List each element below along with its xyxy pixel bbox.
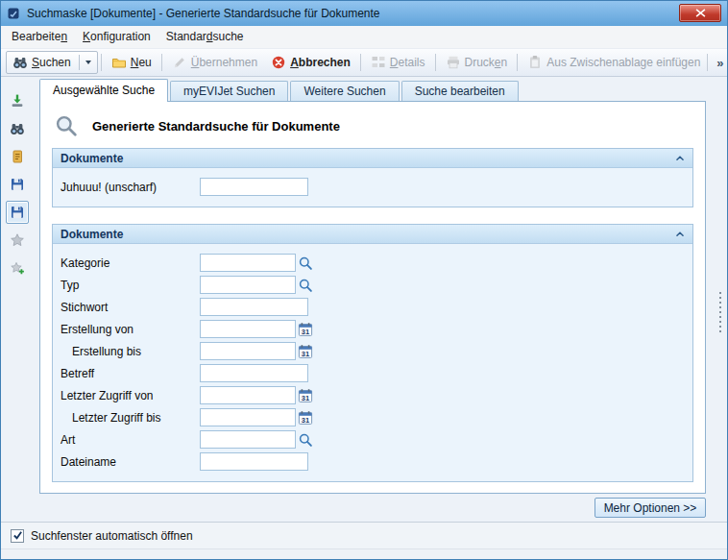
toolbar-separator: [161, 54, 162, 71]
calendar-icon: 31: [298, 344, 313, 359]
dateiname-input[interactable]: [200, 452, 308, 471]
abbrechen-button[interactable]: Abbrechen: [264, 51, 357, 74]
juhuuu-unscharf-input[interactable]: [200, 178, 308, 196]
search-mask-window: Suchmaske [Dokumente] - Generierte Stand…: [0, 0, 728, 560]
sidebar-import-button[interactable]: [6, 89, 29, 112]
calendar-icon: 31: [298, 388, 313, 403]
typ-lookup-button[interactable]: [298, 278, 313, 293]
import-icon: [10, 93, 25, 109]
field-row: Letzter Zugriff von31: [61, 384, 685, 406]
group-header[interactable]: Dokumente: [53, 225, 692, 244]
erstellung-von-input[interactable]: [200, 320, 296, 338]
menu-konfiguration[interactable]: Konfiguration: [75, 27, 158, 47]
toolbar: SuchenNeuÜbernehmenAbbrechenDetailsDruck…: [1, 48, 727, 77]
app-icon: [6, 6, 21, 21]
new-folder-icon: [111, 55, 127, 70]
star-add-icon: [10, 260, 25, 276]
aus-zwischenablage-einfuegen-button[interactable]: Aus Zwischenablage einfügen: [521, 51, 707, 74]
titlebar: Suchmaske [Dokumente] - Generierte Stand…: [1, 1, 727, 26]
toolbar-separator: [435, 54, 436, 71]
betreff-input[interactable]: [200, 364, 308, 382]
menubar: BearbeitenKonfigurationStandardsuche: [1, 26, 727, 48]
neu-button[interactable]: Neu: [105, 51, 158, 74]
panel-heading: Generierte Standardsuche für Dokumente: [40, 102, 705, 148]
field-row: Erstellung bis31: [61, 340, 685, 362]
dropdown-caret-icon[interactable]: [85, 61, 91, 64]
group-header[interactable]: Dokumente: [53, 149, 692, 168]
lookup-icon: [298, 278, 313, 293]
group-title: Dokumente: [61, 228, 123, 241]
dateiname-label: Dateiname: [61, 455, 200, 469]
toolbar-button-label: Übernehmen: [191, 56, 257, 69]
sidebar-binoculars-button[interactable]: [6, 117, 29, 140]
field-row: Stichwort: [61, 296, 685, 318]
art-label: Art: [61, 433, 200, 447]
star-icon: [10, 232, 25, 248]
collapse-chevron-icon[interactable]: [673, 152, 687, 165]
sidebar-save-button[interactable]: [6, 173, 29, 196]
binoculars-icon: [12, 55, 28, 70]
svg-text:31: 31: [302, 327, 309, 335]
field-row: Betreff: [61, 362, 685, 384]
uebernehmen-button[interactable]: Übernehmen: [165, 51, 264, 74]
statusbar: [1, 548, 727, 559]
sidebar-star-add-button[interactable]: [6, 256, 29, 280]
letzter-zugriff-bis-label: Letzter Zugriff bis: [61, 411, 200, 425]
splitter-handle[interactable]: [717, 290, 723, 334]
art-lookup-button[interactable]: [298, 432, 313, 448]
erstellung-bis-calendar-button[interactable]: 31: [298, 344, 313, 359]
side-toolbar: [6, 89, 29, 280]
erstellung-bis-input[interactable]: [200, 342, 296, 360]
calendar-icon: 31: [298, 322, 313, 337]
field-row: Letzter Zugriff bis31: [61, 406, 685, 428]
tab-myevijet-suchen[interactable]: myEVIJet Suchen: [170, 81, 288, 101]
toolbar-overflow-button[interactable]: »: [713, 56, 727, 70]
suchen-button[interactable]: Suchen: [6, 51, 98, 74]
erstellung-von-calendar-button[interactable]: 31: [298, 322, 313, 337]
details-button[interactable]: Details: [364, 51, 432, 74]
group-body: KategorieTypStichwortErstellung von31Ers…: [53, 244, 692, 481]
toolbar-separator: [101, 54, 102, 71]
field-groups: DokumenteJuhuuu! (unscharf)DokumenteKate…: [40, 148, 705, 482]
clipboard-icon: [10, 149, 25, 164]
paste-icon: [527, 55, 543, 70]
kategorie-lookup-button[interactable]: [298, 256, 313, 271]
field-row: Kategorie: [61, 252, 685, 274]
drucken-button[interactable]: Drucken: [439, 51, 515, 74]
tab-weitere-suchen[interactable]: Weitere Suchen: [290, 81, 399, 101]
close-button[interactable]: [679, 4, 721, 22]
toolbar-button-label: Neu: [131, 56, 152, 69]
more-options-button[interactable]: Mehr Optionen >>: [595, 498, 706, 518]
collapse-chevron-icon[interactable]: [673, 228, 687, 241]
tab-suche-bearbeiten[interactable]: Suche bearbeiten: [401, 81, 519, 101]
letzter-zugriff-von-calendar-button[interactable]: 31: [298, 388, 313, 403]
field-row: Erstellung von31: [61, 318, 685, 340]
kategorie-label: Kategorie: [61, 256, 200, 270]
letzter-zugriff-bis-input[interactable]: [200, 408, 296, 426]
sidebar-save-all-button[interactable]: [6, 201, 29, 224]
field-row: Art: [61, 428, 685, 450]
typ-label: Typ: [61, 279, 200, 292]
typ-input[interactable]: [200, 276, 296, 294]
tab-strip: Ausgewählte SuchemyEVIJet SuchenWeitere …: [39, 79, 521, 101]
toolbar-button-label: Details: [390, 56, 425, 69]
tab-ausgewaehlte-suche[interactable]: Ausgewählte Suche: [39, 79, 168, 102]
sidebar-star-button[interactable]: [6, 229, 29, 252]
toolbar-button-label: Abbrechen: [290, 56, 351, 69]
svg-text:31: 31: [302, 415, 309, 424]
letzter-zugriff-von-input[interactable]: [200, 386, 296, 404]
juhuuu-unscharf-label: Juhuuu! (unscharf): [61, 181, 200, 194]
auto-open-checkbox[interactable]: [11, 529, 24, 543]
letzter-zugriff-bis-calendar-button[interactable]: 31: [298, 410, 313, 426]
heading-search-icon: [54, 113, 79, 138]
kategorie-input[interactable]: [200, 254, 296, 272]
search-panel: Generierte Standardsuche für Dokumente D…: [39, 101, 706, 494]
sidebar-clipboard-button[interactable]: [6, 145, 29, 168]
group-body: Juhuuu! (unscharf): [53, 168, 692, 207]
art-input[interactable]: [200, 430, 296, 449]
stichwort-input[interactable]: [200, 298, 308, 316]
field-row: Juhuuu! (unscharf): [61, 176, 685, 198]
lookup-icon: [298, 256, 313, 271]
menu-standardsuche[interactable]: Standardsuche: [158, 27, 252, 47]
menu-bearbeiten[interactable]: Bearbeiten: [4, 27, 75, 47]
